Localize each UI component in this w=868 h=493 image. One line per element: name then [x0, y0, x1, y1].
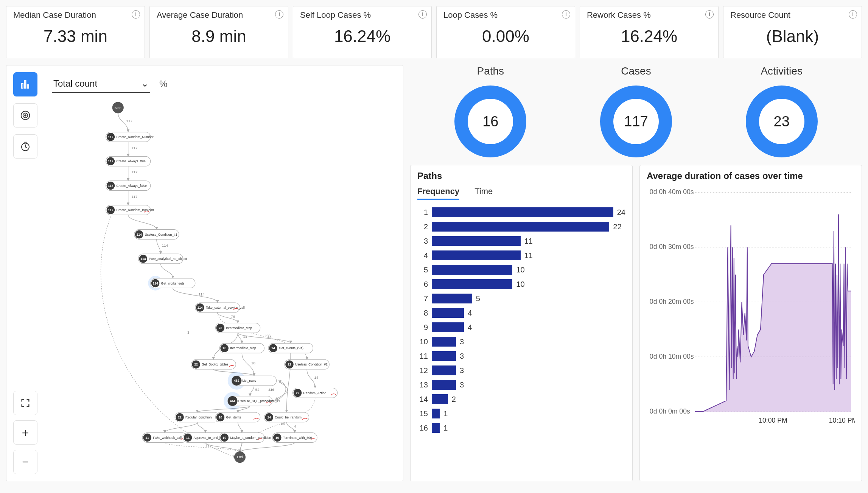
zoom-out-icon[interactable]: − [13, 450, 37, 474]
svg-text:Terminate_with_500: Terminate_with_500 [283, 436, 312, 440]
kpi-value: 8.9 min [157, 27, 281, 46]
percent-label: % [159, 79, 167, 89]
tab-time[interactable]: Time [474, 187, 493, 200]
bar-row[interactable]: 133 [417, 380, 625, 390]
svg-text:114: 114 [198, 306, 203, 309]
donut-ring[interactable]: 117 [600, 86, 672, 157]
svg-text:Useless_Condition_#1: Useless_Condition_#1 [145, 233, 177, 236]
tab-frequency[interactable]: Frequency [417, 187, 459, 200]
bar-row[interactable]: 610 [417, 279, 625, 289]
bar-fill [432, 250, 521, 260]
bar-row[interactable]: 113 [417, 351, 625, 361]
bar-track: 5 [432, 294, 625, 303]
svg-text:10: 10 [219, 415, 222, 419]
bar-row[interactable]: 311 [417, 236, 625, 246]
zoom-in-icon[interactable]: ＋ [13, 420, 37, 445]
bar-label: 6 [417, 280, 428, 289]
bar-value: 1 [443, 424, 448, 432]
avg-duration-card: Average duration of cases over time 0d 0… [639, 165, 862, 481]
bar-value: 24 [617, 208, 625, 217]
process-view-tools [13, 72, 37, 159]
bar-row[interactable]: 94 [417, 322, 625, 332]
info-icon[interactable]: i [849, 10, 857, 19]
kpi-title: Median Case Duration [13, 10, 138, 20]
metric-dropdown-value: Total count [53, 78, 97, 89]
bar-row[interactable]: 124 [417, 207, 625, 217]
svg-text:0d 0h 40m 00s: 0d 0h 40m 00s [650, 188, 694, 196]
bar-row[interactable]: 84 [417, 308, 625, 318]
svg-point-5 [25, 115, 26, 116]
view-target-icon[interactable] [13, 103, 37, 128]
donut-ring[interactable]: 23 [746, 86, 818, 157]
svg-text:22: 22 [296, 391, 300, 395]
svg-text:22: 22 [288, 362, 291, 366]
bar-row[interactable]: 222 [417, 222, 625, 232]
info-icon[interactable]: i [275, 10, 283, 19]
svg-text:114: 114 [198, 292, 205, 296]
svg-text:0d 0h 30m 00s: 0d 0h 30m 00s [650, 243, 694, 250]
bar-value: 10 [516, 280, 524, 289]
zoom-tools: ＋ − [13, 391, 37, 474]
bar-label: 8 [417, 309, 428, 317]
svg-text:3: 3 [187, 330, 189, 334]
svg-text:0d 0h 0m 00s: 0d 0h 0m 00s [650, 407, 690, 415]
bar-row[interactable]: 123 [417, 365, 625, 375]
bar-track: 4 [432, 308, 625, 318]
svg-text:Create_Always_false: Create_Always_false [116, 184, 147, 188]
bar-label: 1 [417, 208, 428, 217]
bar-fill [432, 394, 448, 404]
bar-label: 16 [417, 424, 428, 432]
paths-card-title: Paths [417, 171, 625, 181]
metric-dropdown[interactable]: Total count ⌄ [52, 75, 150, 93]
paths-tabs: Frequency Time [417, 187, 625, 200]
svg-text:Intermediate_step: Intermediate_step [226, 326, 252, 330]
bar-fill [432, 279, 512, 289]
bar-fill [432, 294, 472, 303]
bar-row[interactable]: 75 [417, 294, 625, 303]
kpi-rework-pct: i Rework Cases % 16.24% [580, 6, 719, 58]
info-icon[interactable]: i [562, 10, 570, 19]
donut-value: 16 [482, 114, 498, 130]
bar-value: 4 [468, 323, 472, 332]
bar-row[interactable]: 103 [417, 337, 625, 347]
svg-text:Intermediate_step: Intermediate_step [230, 346, 256, 350]
kpi-title: Self Loop Cases % [300, 10, 425, 20]
bar-value: 3 [460, 352, 464, 361]
bar-row[interactable]: 411 [417, 250, 625, 260]
info-icon[interactable]: i [418, 10, 427, 19]
bar-row[interactable]: 142 [417, 394, 625, 404]
svg-text:Execute_SQL_procedure_#1: Execute_SQL_procedure_#1 [238, 399, 280, 403]
view-bar-icon[interactable] [13, 72, 37, 96]
svg-text:Could_be_random: Could_be_random [275, 415, 302, 419]
bar-value: 1 [443, 409, 448, 418]
bar-track: 3 [432, 380, 625, 390]
kpi-value: 7.33 min [13, 27, 138, 46]
svg-text:52: 52 [255, 387, 260, 392]
bar-track: 3 [432, 337, 625, 347]
bar-row[interactable]: 151 [417, 409, 625, 418]
view-clock-icon[interactable] [13, 134, 37, 159]
avg-duration-chart[interactable]: 0d 0h 0m 00s0d 0h 10m 00s0d 0h 20m 00s0d… [647, 187, 855, 429]
fit-screen-icon[interactable] [13, 391, 37, 415]
kpi-median-duration: i Median Case Duration 7.33 min [6, 6, 145, 58]
svg-text:Maybe_a_random_condition: Maybe_a_random_condition [230, 436, 271, 440]
svg-text:117: 117 [108, 159, 114, 163]
donut-ring[interactable]: 16 [454, 86, 526, 157]
process-map-card: Total count ⌄ % 117117117117114114761418… [6, 65, 403, 481]
svg-text:22: 22 [194, 362, 198, 366]
donut-title: Activities [746, 65, 818, 77]
paths-bar-chart[interactable]: 1242223114115106107584941031131231331421… [417, 207, 625, 433]
bar-label: 11 [417, 352, 428, 361]
bar-row[interactable]: 161 [417, 423, 625, 433]
bar-fill [432, 265, 512, 275]
svg-text:444: 444 [230, 399, 235, 403]
bar-row[interactable]: 510 [417, 265, 625, 275]
kpi-title: Rework Cases % [587, 10, 711, 20]
bar-track: 2 [432, 394, 625, 404]
kpi-title: Resource Count [730, 10, 855, 20]
info-icon[interactable]: i [705, 10, 714, 19]
info-icon[interactable]: i [132, 10, 140, 19]
bar-value: 11 [524, 237, 533, 246]
process-map[interactable]: 1171171171171141147614181422185243041614… [52, 100, 395, 473]
svg-text:Random_Action: Random_Action [303, 391, 326, 395]
